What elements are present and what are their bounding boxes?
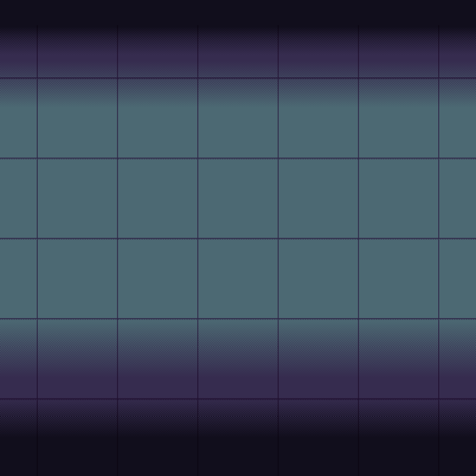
tile-grid-lines	[0, 25, 476, 476]
game-viewport[interactable]	[0, 0, 476, 476]
